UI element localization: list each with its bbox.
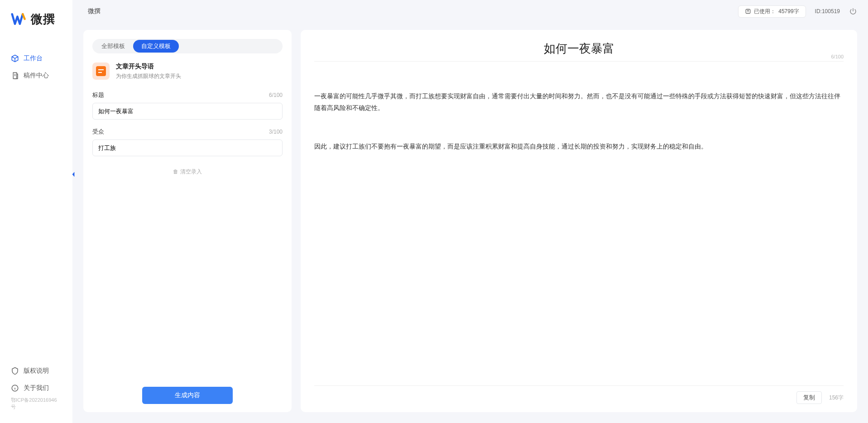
text-icon bbox=[745, 8, 751, 14]
audience-input[interactable] bbox=[92, 139, 283, 156]
power-button[interactable] bbox=[849, 7, 857, 15]
app: 微撰 工作台 稿件中心 版权 bbox=[0, 0, 868, 423]
usage-label: 已使用： bbox=[754, 8, 776, 15]
page-title: 微撰 bbox=[88, 7, 101, 15]
nav-item-drafts[interactable]: 稿件中心 bbox=[0, 67, 72, 84]
template-subtitle: 为你生成抓眼球的文章开头 bbox=[116, 72, 181, 80]
result-title[interactable]: 如何一夜暴富 bbox=[314, 41, 844, 57]
field-count: 3/100 bbox=[269, 129, 283, 135]
usage-badge[interactable]: 已使用： 45799字 bbox=[738, 5, 806, 18]
topbar: 微撰 已使用： 45799字 ID:100519 bbox=[72, 0, 868, 23]
template-titles: 文章开头导语 为你生成抓眼球的文章开头 bbox=[116, 62, 181, 80]
result-body[interactable]: 一夜暴富的可能性几乎微乎其微，而打工族想要实现财富自由，通常需要付出大量的时间和… bbox=[314, 68, 844, 381]
tab-all-templates[interactable]: 全部模板 bbox=[93, 40, 133, 53]
template-title: 文章开头导语 bbox=[116, 62, 181, 71]
template-icon bbox=[92, 62, 110, 80]
nav-item-label: 稿件中心 bbox=[24, 72, 49, 80]
template-header: 文章开头导语 为你生成抓眼球的文章开头 bbox=[92, 62, 283, 80]
nav-item-about[interactable]: 关于我们 bbox=[0, 380, 72, 397]
info-icon bbox=[11, 384, 19, 392]
collapse-sidebar-button[interactable] bbox=[70, 168, 77, 181]
nav-bottom: 版权说明 关于我们 鄂ICP备2022016946号 bbox=[0, 362, 72, 423]
field-label: 标题 bbox=[92, 91, 104, 99]
config-panel: 全部模板 自定义模板 文章开头导语 为你生成抓眼球的文章开头 标题 6/ bbox=[83, 30, 292, 412]
clear-input-link[interactable]: 🗑清空录入 bbox=[92, 168, 283, 176]
document-icon bbox=[11, 72, 19, 80]
field-count: 6/100 bbox=[269, 92, 283, 98]
icp-footer: 鄂ICP备2022016946号 bbox=[0, 397, 72, 415]
nav-item-label: 工作台 bbox=[24, 54, 43, 62]
field-label-row: 标题 6/100 bbox=[92, 91, 283, 99]
result-panel: 如何一夜暴富 6/100 一夜暴富的可能性几乎微乎其微，而打工族想要实现财富自由… bbox=[301, 30, 857, 412]
title-input[interactable] bbox=[92, 103, 283, 120]
sidebar: 微撰 工作台 稿件中心 版权 bbox=[0, 0, 72, 423]
result-title-row: 如何一夜暴富 6/100 bbox=[314, 41, 844, 62]
logo-icon bbox=[11, 11, 27, 27]
nav-item-copyright[interactable]: 版权说明 bbox=[0, 362, 72, 380]
topbar-right: 已使用： 45799字 ID:100519 bbox=[738, 5, 857, 18]
template-tabs: 全部模板 自定义模板 bbox=[92, 39, 283, 53]
user-id: ID:100519 bbox=[815, 8, 840, 14]
generate-button[interactable]: 生成内容 bbox=[142, 387, 233, 404]
nav-item-label: 版权说明 bbox=[24, 367, 49, 375]
cube-icon bbox=[11, 54, 19, 62]
shield-icon bbox=[11, 367, 19, 375]
logo: 微撰 bbox=[11, 11, 72, 27]
trash-icon: 🗑 bbox=[173, 168, 178, 175]
field-label-row: 受众 3/100 bbox=[92, 128, 283, 136]
result-paragraph: 一夜暴富的可能性几乎微乎其微，而打工族想要实现财富自由，通常需要付出大量的时间和… bbox=[314, 91, 844, 113]
document-icon bbox=[96, 66, 106, 76]
result-paragraph: 因此，建议打工族们不要抱有一夜暴富的期望，而是应该注重积累财富和提高自身技能，通… bbox=[314, 141, 844, 152]
result-char-count: 156字 bbox=[829, 394, 844, 402]
logo-text: 微撰 bbox=[31, 11, 55, 27]
nav: 工作台 稿件中心 bbox=[0, 50, 72, 362]
nav-item-label: 关于我们 bbox=[24, 384, 49, 392]
nav-item-workspace[interactable]: 工作台 bbox=[0, 50, 72, 67]
tab-custom-template[interactable]: 自定义模板 bbox=[133, 40, 179, 53]
field-audience: 受众 3/100 bbox=[92, 128, 283, 156]
content: 全部模板 自定义模板 文章开头导语 为你生成抓眼球的文章开头 标题 6/ bbox=[72, 23, 868, 423]
copy-button[interactable]: 复制 bbox=[796, 391, 822, 404]
main: 微撰 已使用： 45799字 ID:100519 全部模板 bbox=[72, 0, 868, 423]
usage-value: 45799字 bbox=[778, 8, 799, 15]
result-title-count: 6/100 bbox=[831, 54, 844, 59]
field-title: 标题 6/100 bbox=[92, 91, 283, 120]
result-footer: 复制 156字 bbox=[314, 385, 844, 404]
field-label: 受众 bbox=[92, 128, 104, 136]
